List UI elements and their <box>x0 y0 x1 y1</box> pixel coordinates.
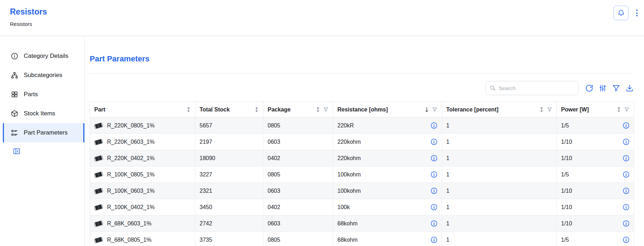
column-header-power[interactable]: Power [W] <box>557 102 634 117</box>
filter-button[interactable] <box>612 84 620 92</box>
kebab-menu-icon[interactable] <box>635 7 639 18</box>
table-row[interactable]: R_100K_0603_1% 2321 0603 100kohm 1 1/10 <box>90 183 634 199</box>
info-icon[interactable] <box>623 220 629 227</box>
info-icon[interactable] <box>431 171 437 178</box>
sort-icon[interactable] <box>316 106 320 113</box>
info-icon[interactable] <box>623 187 629 194</box>
sidebar-item-label: Subcategories <box>24 72 62 79</box>
info-icon[interactable] <box>431 236 437 243</box>
refresh-icon <box>585 84 593 92</box>
main-content: Part Parameters <box>85 36 644 246</box>
column-header-total-stock[interactable]: Total Stock <box>195 102 263 117</box>
table-row[interactable]: R_220K_0603_1% 2197 0603 220kohm 1 1/10 <box>90 134 634 150</box>
page-title: Resistors <box>10 0 644 17</box>
search-icon <box>489 85 496 91</box>
filter-icon[interactable] <box>547 107 552 112</box>
sort-icon[interactable] <box>254 106 259 113</box>
info-icon[interactable] <box>431 187 437 194</box>
column-header-package[interactable]: Package <box>263 102 333 117</box>
filter-icon[interactable] <box>624 107 629 112</box>
resistor-chip-image <box>94 236 103 243</box>
parts-table: Part Total Stock Package Resistance [ohm… <box>90 102 634 246</box>
info-icon[interactable] <box>431 122 437 129</box>
sidebar-item-subcategories[interactable]: Subcategories <box>0 66 84 85</box>
table-row[interactable]: R_100K_0805_1% 3227 0805 100kohm 1 1/5 <box>90 166 634 183</box>
resistor-chip-image <box>94 122 103 129</box>
column-header-tolerance[interactable]: Tolerance [percent] <box>442 102 557 117</box>
download-icon <box>626 84 634 92</box>
sort-icon[interactable] <box>617 106 621 113</box>
sidebar-item-label: Part Parameters <box>24 129 68 136</box>
column-header-resistance[interactable]: Resistance [ohms] <box>333 102 442 117</box>
resistor-chip-image <box>94 138 103 145</box>
sidebar-item-part-parameters[interactable]: Part Parameters <box>3 123 84 142</box>
resistor-chip-image <box>94 155 103 161</box>
package-icon <box>11 110 18 117</box>
info-icon[interactable] <box>431 155 437 162</box>
sidebar-item-category-details[interactable]: Category Details <box>0 47 84 66</box>
column-settings-button[interactable] <box>599 84 607 92</box>
resistor-chip-image <box>94 171 103 177</box>
sort-desc-icon[interactable] <box>425 106 429 113</box>
column-header-part[interactable]: Part <box>90 102 195 117</box>
resistor-chip-image <box>94 204 103 210</box>
sidebar-item-label: Category Details <box>24 53 68 60</box>
content-area: Category Details Subcategories Parts <box>0 36 644 246</box>
breadcrumb[interactable]: Resistors <box>10 21 644 27</box>
hierarchy-icon <box>11 71 18 79</box>
sidebar-item-label: Parts <box>24 91 38 98</box>
bell-icon <box>617 9 625 17</box>
filter-icon[interactable] <box>323 107 329 112</box>
filter-icon <box>612 84 620 92</box>
search-box <box>486 81 578 95</box>
info-icon <box>11 52 18 60</box>
table-row[interactable]: R_68K_0805_1% 3735 0805 68kohm 1 1/5 <box>90 232 634 246</box>
table-toolbar <box>90 81 634 95</box>
table-row[interactable]: R_68K_0603_1% 2742 0603 68kohm 1 1/10 <box>90 215 634 232</box>
info-icon[interactable] <box>431 138 437 145</box>
info-icon[interactable] <box>623 138 629 145</box>
info-icon[interactable] <box>431 204 437 211</box>
app-header: Resistors Resistors <box>0 0 644 36</box>
refresh-button[interactable] <box>585 84 593 92</box>
sort-icon[interactable] <box>186 106 191 113</box>
table-row[interactable]: R_220K_0805_1% 5657 0805 220kR 1 1/5 <box>90 117 634 134</box>
notifications-button[interactable] <box>614 6 628 20</box>
resistor-chip-image <box>94 220 103 226</box>
grid-icon <box>11 91 18 98</box>
info-icon[interactable] <box>623 236 629 243</box>
sidebar-item-stock-items[interactable]: Stock Items <box>0 104 84 123</box>
table-row[interactable]: R_100K_0402_1% 3450 0402 100k 1 1/10 <box>90 199 634 215</box>
sidebar-item-label: Stock Items <box>24 110 55 117</box>
sidebar: Category Details Subcategories Parts <box>0 36 85 246</box>
info-icon[interactable] <box>623 155 629 162</box>
table-row[interactable]: R_220K_0402_1% 18090 0402 220kohm 1 1/10 <box>90 150 634 166</box>
info-icon[interactable] <box>623 122 629 129</box>
filter-icon[interactable] <box>432 107 437 112</box>
search-input[interactable] <box>499 85 575 91</box>
resistor-chip-image <box>94 187 103 194</box>
download-button[interactable] <box>626 84 634 92</box>
info-icon[interactable] <box>623 171 629 178</box>
info-icon[interactable] <box>431 220 437 227</box>
header-actions <box>614 6 639 20</box>
section-title: Part Parameters <box>90 54 634 64</box>
sort-icon[interactable] <box>539 106 544 113</box>
sidebar-item-parts[interactable]: Parts <box>0 85 84 104</box>
info-icon[interactable] <box>623 204 629 211</box>
section-divider <box>90 73 634 73</box>
column-sliders-icon <box>599 84 607 92</box>
collapse-sidebar-icon[interactable] <box>13 147 21 156</box>
list-icon <box>11 129 18 137</box>
table-header-row: Part Total Stock Package Resistance [ohm… <box>90 102 634 117</box>
